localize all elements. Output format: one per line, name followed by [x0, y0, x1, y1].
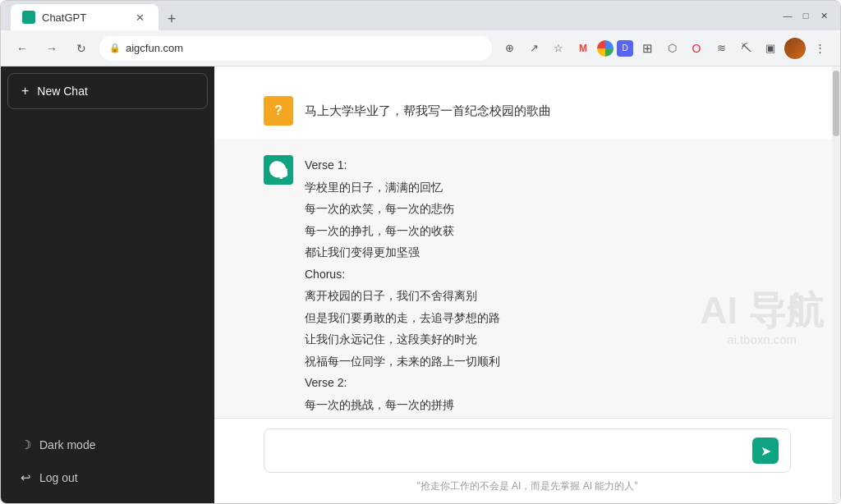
log-out-label: Log out [39, 471, 78, 484]
watermark-text: AI 导航 [700, 290, 824, 332]
user-avatar-text: ? [274, 103, 283, 118]
new-chat-label: New Chat [37, 85, 87, 98]
ai-line-12: 每一次的改变，每一次的成长 [305, 416, 500, 418]
ai-line-2: 每一次的欢笑，每一次的悲伤 [305, 199, 500, 219]
ai-line-11: 每一次的挑战，每一次的拼搏 [305, 395, 500, 415]
chatgpt-logo-icon [269, 161, 287, 179]
gmail-icon[interactable]: M [572, 38, 594, 59]
title-bar: ChatGPT ✕ + — □ ✕ [1, 1, 840, 30]
user-avatar: ? [264, 96, 293, 126]
ai-response-content: Verse 1: 学校里的日子，满满的回忆 每一次的欢笑，每一次的悲伤 每一次的… [305, 155, 500, 418]
new-chat-btn[interactable]: + New Chat [7, 73, 208, 109]
scroll-indicator[interactable] [832, 66, 840, 503]
sidebar-spacer [7, 109, 208, 429]
extension-icon[interactable]: ⬡ [661, 38, 682, 59]
dark-mode-label: Dark mode [39, 438, 95, 451]
profile-avatar[interactable] [784, 38, 806, 59]
ai-avatar [264, 155, 293, 185]
sidebar: + New Chat ☽ Dark mode ↩ Log out [1, 66, 214, 503]
watermark: AI 导航 ai.tboxn.com [700, 290, 824, 347]
bookmark-icon[interactable]: ☆ [548, 38, 569, 59]
chat-messages[interactable]: ? 马上大学毕业了，帮我写一首纪念校园的歌曲 Verse 1: 学校里的日子，满… [214, 66, 840, 418]
forward-btn[interactable]: → [40, 37, 63, 60]
close-btn[interactable]: ✕ [817, 9, 830, 22]
plus-icon: + [21, 84, 29, 99]
footer-text: "抢走你工作的不会是 AI，而是先掌握 AI 能力的人" [264, 479, 791, 493]
user-message: ? 马上大学毕业了，帮我写一首纪念校园的歌曲 [214, 83, 840, 139]
wave-icon[interactable]: ≋ [710, 38, 732, 59]
moon-icon: ☽ [21, 438, 31, 452]
ai-line-6: 离开校园的日子，我们不舍得离别 [305, 286, 500, 306]
ai-line-7: 但是我们要勇敢的走，去追寻梦想的路 [305, 308, 500, 328]
send-icon: ➤ [761, 443, 771, 459]
discord-icon[interactable]: D [617, 40, 633, 57]
input-area: ➤ "抢走你工作的不会是 AI，而是先掌握 AI 能力的人" [214, 418, 840, 503]
apps-icon[interactable]: ⊞ [636, 38, 658, 59]
tab-favicon [22, 11, 35, 24]
window-controls: — □ ✕ [781, 9, 830, 22]
ai-line-0: Verse 1: [305, 155, 500, 176]
tab-title: ChatGPT [42, 11, 86, 24]
ai-line-3: 每一次的挣扎，每一次的收获 [305, 221, 500, 241]
ai-message: Verse 1: 学校里的日子，满满的回忆 每一次的欢笑，每一次的悲伤 每一次的… [214, 139, 840, 418]
more-menu-icon[interactable]: ⋮ [809, 38, 830, 59]
tab-close-btn[interactable]: ✕ [132, 10, 147, 25]
google-icon[interactable] [597, 40, 614, 57]
address-input-wrapper[interactable]: 🔒 aigcfun.com [99, 36, 492, 61]
scroll-thumb [833, 71, 839, 136]
share-icon[interactable]: ↗ [523, 38, 545, 59]
send-btn[interactable]: ➤ [752, 438, 779, 464]
address-bar: ← → ↻ 🔒 aigcfun.com ⊕ ↗ ☆ M D ⊞ ⬡ O ≋ ⛏ … [1, 30, 840, 66]
address-text: aigcfun.com [126, 42, 183, 54]
ai-line-4: 都让我们变得更加坚强 [305, 242, 500, 263]
browser-tab[interactable]: ChatGPT ✕ [11, 4, 159, 30]
minimize-btn[interactable]: — [781, 9, 794, 22]
opera-icon[interactable]: O [686, 38, 707, 59]
chat-input[interactable] [276, 441, 746, 460]
maximize-btn[interactable]: □ [799, 9, 812, 22]
ai-line-1: 学校里的日子，满满的回忆 [305, 177, 500, 198]
back-btn[interactable]: ← [11, 37, 34, 60]
user-message-text: 马上大学毕业了，帮我写一首纪念校园的歌曲 [305, 96, 551, 121]
refresh-btn[interactable]: ↻ [70, 37, 93, 60]
puzzle-icon[interactable]: ⛏ [735, 38, 756, 59]
browser-frame: ChatGPT ✕ + — □ ✕ ← → ↻ 🔒 aigcfun.com ⊕ … [0, 0, 841, 504]
sidebar-bottom: ☽ Dark mode ↩ Log out [7, 429, 208, 493]
app-container: + New Chat ☽ Dark mode ↩ Log out [1, 66, 840, 503]
ai-line-5: Chorus: [305, 264, 500, 285]
watermark-subtext: ai.tboxn.com [700, 333, 824, 347]
sidebar-toggle-icon[interactable]: ▣ [760, 38, 781, 59]
ai-line-9: 祝福每一位同学，未来的路上一切顺利 [305, 351, 500, 372]
ai-line-10: Verse 2: [305, 373, 500, 393]
ai-line-8: 让我们永远记住，这段美好的时光 [305, 329, 500, 350]
lock-icon: 🔒 [109, 43, 121, 53]
input-box: ➤ [264, 428, 791, 473]
log-out-btn[interactable]: ↩ Log out [7, 462, 208, 493]
chat-area: ? 马上大学毕业了，帮我写一首纪念校园的歌曲 Verse 1: 学校里的日子，满… [214, 66, 840, 503]
translate-icon[interactable]: ⊕ [499, 38, 520, 59]
dark-mode-btn[interactable]: ☽ Dark mode [7, 429, 208, 460]
toolbar-icons: ⊕ ↗ ☆ M D ⊞ ⬡ O ≋ ⛏ ▣ ⋮ [499, 38, 830, 59]
logout-icon: ↩ [21, 470, 31, 485]
new-tab-btn[interactable]: + [160, 7, 183, 30]
